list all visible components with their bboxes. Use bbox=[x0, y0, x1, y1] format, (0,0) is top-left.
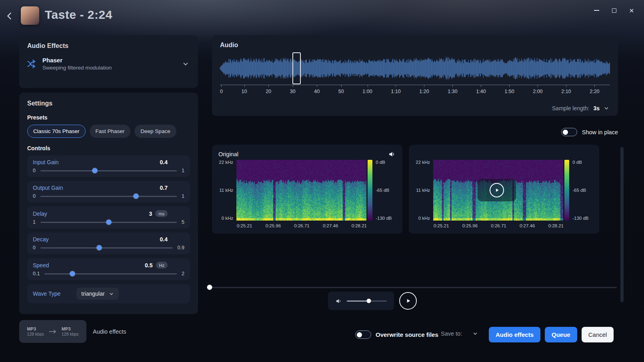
freq-tick-label: 0 kHz bbox=[418, 216, 430, 221]
db-tick-label: -130 dB bbox=[376, 216, 396, 221]
volume-thumb[interactable] bbox=[367, 299, 371, 303]
slider-track[interactable] bbox=[44, 273, 177, 274]
time-tick-label: 1:00 bbox=[362, 89, 372, 94]
chevron-down-icon[interactable] bbox=[604, 105, 609, 111]
sample-length-control[interactable]: Sample length: 3s bbox=[552, 105, 609, 111]
progress-track[interactable] bbox=[208, 287, 617, 288]
spec-time-tick-label: 0:25.21 bbox=[237, 223, 252, 228]
playback-progress-slider[interactable] bbox=[208, 284, 617, 290]
slider-min: 0 bbox=[33, 193, 36, 199]
play-button[interactable] bbox=[399, 292, 417, 310]
slider-thumb[interactable] bbox=[70, 271, 75, 276]
slider-track[interactable] bbox=[40, 247, 173, 249]
spectrogram-original-plot bbox=[236, 160, 363, 221]
preset-fast-phaser[interactable]: Fast Phaser bbox=[90, 125, 131, 138]
presets-heading: Presets bbox=[27, 114, 190, 121]
effects-card-title: Audio Effects bbox=[27, 42, 190, 50]
volume-icon[interactable] bbox=[335, 298, 342, 304]
queue-button[interactable]: Queue bbox=[545, 327, 577, 342]
preset-classic-70s-phaser[interactable]: Classic 70s Phaser bbox=[27, 125, 86, 138]
slider-label: Delay bbox=[33, 211, 149, 217]
slider-thumb[interactable] bbox=[133, 194, 138, 199]
slider-card-speed: Speed 0.5 Hz 0.1 2 bbox=[27, 258, 190, 280]
time-tick-label: 30 bbox=[290, 89, 296, 94]
maximize-icon bbox=[612, 8, 616, 13]
spectrogram-processed-plot bbox=[433, 160, 560, 221]
original-title: Original bbox=[218, 151, 238, 157]
maximize-button[interactable] bbox=[607, 5, 621, 16]
phaser-shuffle-icon bbox=[27, 59, 37, 69]
slider-track[interactable] bbox=[40, 170, 177, 171]
slider-value: 3 bbox=[149, 211, 152, 217]
chevron-down-icon[interactable] bbox=[182, 60, 189, 68]
close-button[interactable]: ✕ bbox=[625, 5, 638, 16]
minimize-icon bbox=[594, 10, 599, 11]
slider-thumb[interactable] bbox=[106, 220, 111, 225]
settings-card: Settings Presets Classic 70s Phaser Fast… bbox=[19, 93, 198, 314]
save-to-control[interactable]: Save to: bbox=[441, 330, 478, 337]
wave-type-select[interactable]: triangular bbox=[76, 288, 118, 300]
slider-track[interactable] bbox=[40, 196, 177, 197]
spec-time-tick-label: 0:26.71 bbox=[294, 223, 309, 228]
close-icon: ✕ bbox=[629, 8, 634, 14]
spec-time-tick-label: 0:26.71 bbox=[491, 223, 506, 228]
slider-track[interactable] bbox=[40, 222, 177, 223]
unit-badge: Hz bbox=[156, 262, 168, 269]
spec-time-tick-label: 0:27.46 bbox=[520, 223, 535, 228]
speaker-icon[interactable] bbox=[388, 150, 396, 158]
arrow-right-icon bbox=[48, 329, 58, 334]
waveform-time-axis: 010203040501:001:101:201:301:401:502:002… bbox=[220, 89, 600, 94]
spectrogram-row: Original 22 kHz11 kHz0 kHz 0 dB-65 dB-13… bbox=[212, 145, 599, 234]
slider-card-output-gain: Output Gain 0.7 0 1 bbox=[27, 181, 190, 203]
source-format: MP3 128 kbps bbox=[27, 326, 44, 336]
conversion-summary: MP3 128 kbps MP3 128 kbps bbox=[19, 320, 86, 343]
slider-max: 5 bbox=[182, 219, 184, 225]
toggle-knob bbox=[563, 129, 568, 135]
cancel-button[interactable]: Cancel bbox=[582, 327, 614, 342]
play-icon bbox=[490, 183, 504, 197]
audio-effects-button[interactable]: Audio effects bbox=[489, 327, 540, 342]
slider-value: 0.4 bbox=[160, 159, 168, 165]
back-button[interactable] bbox=[3, 10, 16, 22]
time-tick-label: 40 bbox=[314, 89, 320, 94]
preview-play-button[interactable] bbox=[478, 179, 516, 201]
overwrite-toggle[interactable] bbox=[355, 330, 371, 339]
chevron-down-icon[interactable] bbox=[472, 331, 478, 336]
slider-label: Input Gain bbox=[33, 159, 160, 165]
slider-value: 0.5 bbox=[145, 262, 152, 269]
page-title: Taste - 2:24 bbox=[45, 8, 112, 22]
slider-max: 1 bbox=[182, 168, 184, 173]
chevron-left-icon bbox=[5, 12, 14, 20]
freq-tick-label: 22 kHz bbox=[219, 160, 233, 165]
minimize-button[interactable] bbox=[590, 5, 603, 16]
album-art bbox=[21, 6, 39, 25]
show-in-place-toggle[interactable] bbox=[561, 128, 577, 136]
preset-row: Classic 70s Phaser Fast Phaser Deep Spac… bbox=[27, 125, 190, 138]
effect-texts: Phaser Sweeping filtered modulation bbox=[42, 57, 112, 71]
time-tick-label: 1:20 bbox=[419, 89, 429, 94]
slider-label: Decay bbox=[33, 236, 160, 243]
slider-thumb[interactable] bbox=[96, 245, 102, 251]
slider-thumb[interactable] bbox=[92, 168, 98, 173]
waveform[interactable] bbox=[220, 54, 610, 83]
volume-slider[interactable] bbox=[347, 300, 387, 302]
waveform-selection[interactable] bbox=[292, 52, 301, 84]
waveform-canvas[interactable] bbox=[220, 54, 610, 83]
preset-deep-space[interactable]: Deep Space bbox=[134, 125, 176, 138]
slider-value: 0.4 bbox=[160, 236, 168, 243]
spectrogram-panel-processed: 22 kHz11 kHz0 kHz 0 dB-65 dB-130 dB 0:25… bbox=[409, 145, 599, 234]
slider-label: Output Gain bbox=[33, 185, 160, 191]
slider-max: 0.9 bbox=[178, 245, 184, 251]
db-axis: 0 dB-65 dB-130 dB bbox=[376, 160, 396, 221]
target-format: MP3 128 kbps bbox=[62, 326, 79, 336]
volume-control bbox=[328, 292, 394, 310]
time-tick-label: 1:10 bbox=[391, 89, 400, 94]
effect-selector[interactable]: Phaser Sweeping filtered modulation bbox=[27, 57, 190, 71]
sample-length-label: Sample length: bbox=[552, 105, 589, 111]
operation-label: Audio effects bbox=[93, 328, 126, 335]
progress-thumb[interactable] bbox=[207, 285, 212, 290]
target-bitrate: 128 kbps bbox=[62, 332, 79, 336]
time-tick-label: 0 bbox=[220, 89, 223, 94]
vertical-scrollbar[interactable] bbox=[620, 147, 624, 302]
frequency-axis: 22 kHz11 kHz0 kHz bbox=[415, 160, 433, 221]
